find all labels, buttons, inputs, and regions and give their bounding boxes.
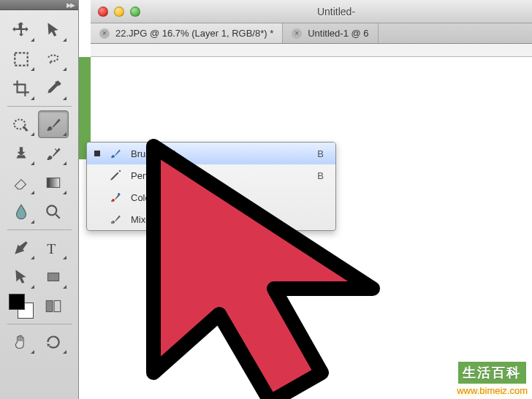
blur-tool[interactable] bbox=[6, 198, 37, 226]
flyout-item-pencil[interactable]: Pencil B bbox=[87, 164, 335, 186]
ruler-bar bbox=[91, 44, 532, 57]
rotate-view-tool[interactable] bbox=[38, 328, 69, 356]
svg-text:T: T bbox=[47, 241, 56, 256]
hand-tool[interactable] bbox=[6, 328, 37, 356]
color-swatches[interactable] bbox=[6, 292, 37, 320]
close-tab-icon[interactable]: × bbox=[292, 28, 302, 39]
gradient-tool[interactable] bbox=[38, 169, 69, 197]
tab-bar: × 22.JPG @ 16.7% (Layer 1, RGB/8*) * × U… bbox=[91, 23, 532, 44]
watermark-url: www.bimeiz.com bbox=[457, 385, 528, 396]
active-indicator-icon bbox=[94, 151, 100, 156]
flyout-item-brush[interactable]: Brush Tool B bbox=[87, 142, 335, 164]
flyout-label: Pencil bbox=[131, 170, 310, 181]
flyout-item-mixer-brush[interactable]: Mixer Brush bbox=[87, 208, 335, 230]
eraser-tool[interactable] bbox=[6, 169, 37, 197]
tab-label: 22.JPG @ 16.7% (Layer 1, RGB/8*) * bbox=[115, 28, 273, 39]
flyout-label: Color Rep bbox=[131, 192, 316, 203]
flyout-label: Brush Tool bbox=[131, 148, 310, 159]
svg-point-9 bbox=[111, 221, 113, 224]
window-controls bbox=[98, 7, 140, 17]
flyout-shortcut: B bbox=[317, 170, 328, 181]
foreground-swatch[interactable] bbox=[9, 294, 25, 310]
collapse-arrows-icon: ▶▶ bbox=[66, 1, 74, 9]
pencil-icon bbox=[107, 169, 123, 182]
close-tab-icon[interactable]: × bbox=[99, 28, 110, 39]
toolbox-panel: ▶▶ T bbox=[0, 0, 79, 399]
lasso-tool[interactable] bbox=[38, 45, 69, 73]
type-tool[interactable]: T bbox=[38, 234, 69, 262]
history-brush-tool[interactable] bbox=[38, 140, 69, 167]
move-tool[interactable] bbox=[6, 16, 37, 44]
toolbox-header[interactable]: ▶▶ bbox=[0, 0, 78, 10]
brush-flyout-menu: Brush Tool B Pencil B Color Rep Mixer Br… bbox=[86, 142, 336, 231]
crop-tool[interactable] bbox=[6, 75, 37, 102]
mixer-brush-icon bbox=[107, 213, 123, 226]
minimize-button[interactable] bbox=[114, 7, 124, 17]
svg-point-8 bbox=[118, 193, 120, 195]
svg-rect-0 bbox=[15, 53, 27, 65]
svg-point-3 bbox=[47, 205, 56, 215]
eyedropper-tool[interactable] bbox=[38, 75, 69, 102]
pen-tool[interactable] bbox=[6, 234, 37, 262]
clone-stamp-tool[interactable] bbox=[6, 140, 37, 167]
document-tab[interactable]: × 22.JPG @ 16.7% (Layer 1, RGB/8*) * bbox=[91, 23, 283, 43]
svg-rect-7 bbox=[54, 300, 61, 311]
brush-icon bbox=[107, 147, 123, 160]
flyout-label: Mixer Brush bbox=[131, 214, 316, 225]
tab-label: Untitled-1 @ 6 bbox=[308, 28, 368, 39]
zoom-button[interactable] bbox=[130, 7, 140, 17]
quick-select-tool[interactable] bbox=[6, 110, 37, 138]
tool-grid: T bbox=[0, 10, 78, 362]
close-button[interactable] bbox=[98, 7, 108, 17]
titlebar[interactable]: Untitled- bbox=[91, 0, 532, 23]
brush-tool[interactable] bbox=[38, 110, 69, 138]
window-title: Untitled- bbox=[148, 6, 525, 18]
svg-rect-6 bbox=[46, 300, 53, 311]
svg-rect-2 bbox=[47, 178, 59, 188]
svg-rect-5 bbox=[48, 273, 58, 281]
selection-arrow-tool[interactable] bbox=[38, 16, 69, 44]
mode-toggle[interactable] bbox=[38, 292, 69, 320]
flyout-shortcut: B bbox=[317, 148, 328, 159]
watermark-badge: 生活百科 bbox=[457, 360, 528, 385]
rectangle-shape-tool[interactable] bbox=[38, 263, 69, 291]
flyout-item-color-replace[interactable]: Color Rep bbox=[87, 186, 335, 208]
document-tab[interactable]: × Untitled-1 @ 6 bbox=[283, 23, 378, 43]
marquee-tool[interactable] bbox=[6, 45, 37, 73]
path-select-tool[interactable] bbox=[6, 263, 37, 291]
watermark: 生活百科 www.bimeiz.com bbox=[457, 360, 528, 396]
color-replace-icon bbox=[107, 191, 123, 204]
zoom-tool[interactable] bbox=[38, 198, 69, 226]
